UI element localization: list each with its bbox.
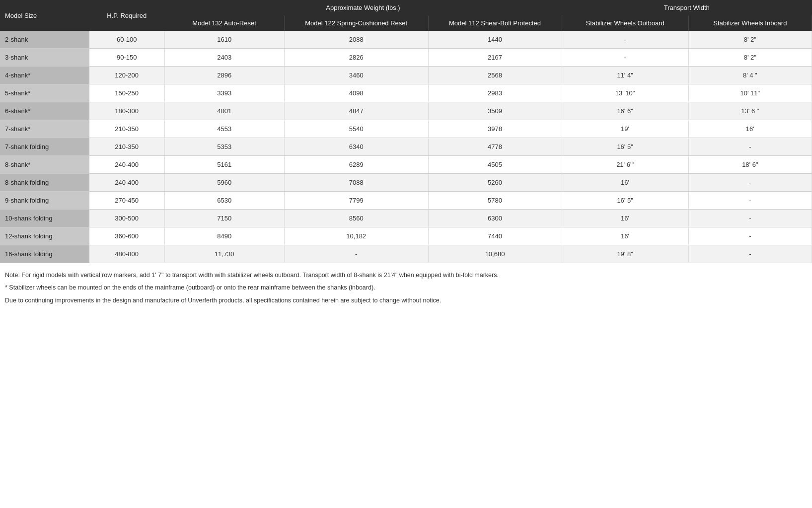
table-cell: 3460 — [284, 67, 428, 84]
table-cell: 5780 — [428, 192, 562, 210]
col-112-header: Model 112 Shear-Bolt Protected — [428, 15, 562, 31]
table-cell: 5161 — [164, 156, 284, 174]
table-cell: 360-600 — [89, 227, 164, 245]
table-cell: 13' 10" — [562, 84, 688, 102]
table-cell: 8' 2" — [688, 49, 812, 67]
table-row: 3-shank90-150240328262167-8' 2" — [0, 49, 812, 67]
model-size-header: Model Size — [0, 0, 89, 31]
table-cell: 1440 — [428, 31, 562, 49]
note-text: Note: For rigid models with vertical row… — [5, 270, 807, 281]
table-cell: 3509 — [428, 102, 562, 120]
table-cell: 8560 — [284, 210, 428, 227]
table-cell: - — [688, 174, 812, 192]
table-row: 5-shank*150-25033934098298313' 10"10' 11… — [0, 84, 812, 102]
table-cell: 16' — [562, 210, 688, 227]
note-text: Due to continuing improvements in the de… — [5, 295, 807, 306]
col-122-header: Model 122 Spring-Cushioned Reset — [284, 15, 428, 31]
table-cell: 7088 — [284, 174, 428, 192]
table-cell: 16' — [562, 174, 688, 192]
table-cell: 270-450 — [89, 192, 164, 210]
table-cell: - — [562, 31, 688, 49]
table-row: 4-shank*120-20028963460256811' 4"8' 4 " — [0, 67, 812, 84]
table-cell: 5-shank* — [0, 84, 89, 102]
table-cell: 3-shank — [0, 49, 89, 67]
table-row: 7-shank folding210-35053536340477816' 5"… — [0, 138, 812, 156]
table-cell: 4001 — [164, 102, 284, 120]
table-cell: 16-shank folding — [0, 245, 89, 263]
table-cell: 480-800 — [89, 245, 164, 263]
table-cell: 6530 — [164, 192, 284, 210]
table-cell: 2568 — [428, 67, 562, 84]
table-row: 12-shank folding360-600849010,182744016'… — [0, 227, 812, 245]
table-cell: 11,730 — [164, 245, 284, 263]
table-cell: 1610 — [164, 31, 284, 49]
table-cell: 6300 — [428, 210, 562, 227]
table-cell: 5960 — [164, 174, 284, 192]
transport-group-header: Transport Width — [562, 0, 812, 15]
table-cell: 16' 5" — [562, 192, 688, 210]
table-cell: 6289 — [284, 156, 428, 174]
table-cell: 2826 — [284, 49, 428, 67]
table-row: 10-shank folding300-50071508560630016'- — [0, 210, 812, 227]
table-cell: - — [688, 138, 812, 156]
table-cell: 2983 — [428, 84, 562, 102]
table-cell: 12-shank folding — [0, 227, 89, 245]
table-cell: 2403 — [164, 49, 284, 67]
table-cell: 4505 — [428, 156, 562, 174]
table-cell: 9-shank folding — [0, 192, 89, 210]
table-cell: 180-300 — [89, 102, 164, 120]
table-cell: - — [688, 210, 812, 227]
table-row: 16-shank folding480-80011,730-10,68019' … — [0, 245, 812, 263]
table-cell: 19' 8" — [562, 245, 688, 263]
col-outboard-header: Stabilizer Wheels Outboard — [562, 15, 688, 31]
table-cell: 150-250 — [89, 84, 164, 102]
table-cell: - — [688, 227, 812, 245]
table-cell: - — [562, 49, 688, 67]
col-132-header: Model 132 Auto-Reset — [164, 15, 284, 31]
table-cell: - — [688, 192, 812, 210]
group-header-row: Model Size H.P. Required Approximate Wei… — [0, 0, 812, 15]
table-cell: 240-400 — [89, 174, 164, 192]
table-cell: 16' 5" — [562, 138, 688, 156]
table-cell: 4-shank* — [0, 67, 89, 84]
table-cell: 240-400 — [89, 156, 164, 174]
note-text: * Stabilizer wheels can be mounted on th… — [5, 283, 807, 293]
table-cell: 210-350 — [89, 120, 164, 138]
table-row: 7-shank*210-35045535540397819'16' — [0, 120, 812, 138]
table-cell: 60-100 — [89, 31, 164, 49]
table-row: 2-shank60-100161020881440-8' 2" — [0, 31, 812, 49]
table-cell: 5540 — [284, 120, 428, 138]
table-row: 8-shank folding240-40059607088526016'- — [0, 174, 812, 192]
table-cell: 16' — [562, 227, 688, 245]
table-cell: 5353 — [164, 138, 284, 156]
table-cell: 6340 — [284, 138, 428, 156]
table-cell: 300-500 — [89, 210, 164, 227]
table-cell: 8490 — [164, 227, 284, 245]
table-cell: 7-shank* — [0, 120, 89, 138]
table-cell: 8-shank* — [0, 156, 89, 174]
table-cell: 90-150 — [89, 49, 164, 67]
table-cell: 21' 6'" — [562, 156, 688, 174]
table-cell: 16' — [688, 120, 812, 138]
table-cell: 18' 6" — [688, 156, 812, 174]
table-cell: 7150 — [164, 210, 284, 227]
col-inboard-header: Stabilizer Wheels Inboard — [688, 15, 812, 31]
table-cell: - — [688, 245, 812, 263]
table-cell: 8' 2" — [688, 31, 812, 49]
table-cell: 13' 6 " — [688, 102, 812, 120]
table-cell: - — [284, 245, 428, 263]
table-body: 2-shank60-100161020881440-8' 2"3-shank90… — [0, 31, 812, 263]
table-cell: 3393 — [164, 84, 284, 102]
table-cell: 16' 6" — [562, 102, 688, 120]
table-cell: 10-shank folding — [0, 210, 89, 227]
table-cell: 2896 — [164, 67, 284, 84]
table-cell: 7799 — [284, 192, 428, 210]
specifications-table: Model Size H.P. Required Approximate Wei… — [0, 0, 812, 263]
table-cell: 6-shank* — [0, 102, 89, 120]
table-cell: 4847 — [284, 102, 428, 120]
table-cell: 8-shank folding — [0, 174, 89, 192]
table-row: 8-shank*240-40051616289450521' 6'"18' 6" — [0, 156, 812, 174]
table-row: 6-shank*180-30040014847350916' 6"13' 6 " — [0, 102, 812, 120]
notes-section: Note: For rigid models with vertical row… — [0, 263, 812, 313]
table-cell: 8' 4 " — [688, 67, 812, 84]
